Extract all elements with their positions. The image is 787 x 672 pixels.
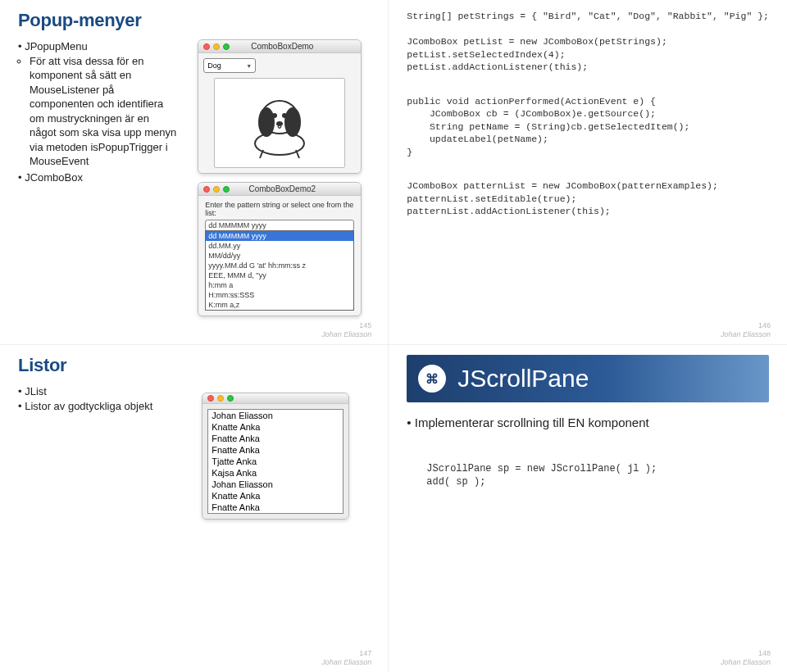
umu-logo-icon: ⌘ <box>418 365 446 393</box>
page-number: 146 <box>721 321 771 330</box>
window-jlist: Johan Eliasson Knatte Anka Fnatte Anka F… <box>202 393 349 520</box>
author-name: Johan Eliasson <box>721 658 771 667</box>
pet-image <box>214 78 345 168</box>
bullet: JPopupMenu <box>18 39 178 54</box>
minimize-icon[interactable] <box>213 186 220 193</box>
list-item[interactable]: Tjatte Anka <box>208 456 343 467</box>
bullet: För att visa dessa för en komponent så s… <box>30 54 178 169</box>
zoom-icon[interactable] <box>227 395 234 402</box>
slide-footer: 148 Johan Eliasson <box>721 649 771 667</box>
dropdown-option[interactable]: K:mm a,z <box>206 300 353 310</box>
window-comboboxdemo2: ComboBoxDemo2 Enter the pattern string o… <box>198 182 362 316</box>
slide-146: String[] petStrings = { "Bird", "Cat", "… <box>389 0 787 345</box>
page-number: 145 <box>321 321 371 330</box>
author-name: Johan Eliasson <box>721 330 771 339</box>
dropdown-option[interactable]: EEE, MMM d, ''yy <box>206 270 353 280</box>
list-item[interactable]: Fnatte Anka <box>208 502 343 513</box>
bullet-list: JPopupMenu För att visa dessa för en kom… <box>18 39 178 184</box>
window-titlebar: ComboBoxDemo2 <box>198 183 361 196</box>
bullet: JList <box>18 384 166 399</box>
svg-point-6 <box>276 121 283 126</box>
dropdown-option[interactable]: dd MMMMM yyyy <box>206 231 353 241</box>
slide-148: ⌘ JScrollPane Implementerar scrollning t… <box>389 345 787 672</box>
svg-point-5 <box>282 113 287 118</box>
dropdown-option[interactable]: dd.MM.yy <box>206 241 353 251</box>
pattern-dropdown[interactable]: dd MMMMM yyyy dd.MM.yy MM/dd/yy yyyy.MM.… <box>205 230 354 311</box>
slide-147: Listor JList Listor av godtyckliga objek… <box>0 345 389 672</box>
slide-145: Popup-menyer JPopupMenu För att visa des… <box>0 0 389 345</box>
pet-combobox[interactable]: Dog <box>203 58 256 73</box>
window-titlebar <box>202 393 348 404</box>
list-item[interactable]: Johan Eliasson <box>208 410 343 421</box>
dog-icon <box>230 86 329 160</box>
slide-footer: 145 Johan Eliasson <box>321 321 371 339</box>
close-icon[interactable] <box>203 43 210 50</box>
page-number: 147 <box>321 649 371 658</box>
svg-point-3 <box>284 107 301 137</box>
bullet-list: JList Listor av godtyckliga objekt <box>18 384 166 413</box>
close-icon[interactable] <box>203 186 210 193</box>
slide-title: JScrollPane <box>457 365 589 393</box>
zoom-icon[interactable] <box>223 186 230 193</box>
code-block: JScrollPane sp = new JScrollPane( jl ); … <box>407 462 769 488</box>
slide-title: Listor <box>18 355 370 376</box>
dropdown-option[interactable]: yyyy.MM.dd G 'at' hh:mm:ss z <box>206 261 353 270</box>
list-item[interactable]: Knatte Anka <box>208 490 343 502</box>
author-name: Johan Eliasson <box>321 658 371 667</box>
minimize-icon[interactable] <box>217 395 224 402</box>
pattern-input[interactable]: dd MMMMM yyyy <box>205 220 354 231</box>
code-block-1: String[] petStrings = { "Bird", "Cat", "… <box>407 10 769 74</box>
combobox-value: Dog <box>207 61 221 70</box>
minimize-icon[interactable] <box>213 43 220 50</box>
list-item[interactable]: Johan Eliasson <box>208 479 343 490</box>
slide-footer: 147 Johan Eliasson <box>321 649 371 667</box>
dropdown-option[interactable]: MM/dd/yy <box>206 251 353 261</box>
close-icon[interactable] <box>207 395 214 402</box>
svg-point-2 <box>258 107 275 137</box>
window-title: ComboBoxDemo <box>233 42 356 51</box>
title-banner: ⌘ JScrollPane <box>407 355 769 402</box>
bullet: Listor av godtyckliga objekt <box>18 399 166 414</box>
author-name: Johan Eliasson <box>321 330 371 339</box>
zoom-icon[interactable] <box>223 43 230 50</box>
code-block-2: public void actionPerformed(ActionEvent … <box>407 95 769 159</box>
page-number: 148 <box>721 649 771 658</box>
code-block-3: JComboBox patternList = new JComboBox(pa… <box>407 179 769 218</box>
list-item[interactable]: Fnatte Anka <box>208 444 343 456</box>
dropdown-option[interactable]: H:mm:ss:SSS <box>206 290 353 300</box>
bullet: JComboBox <box>18 170 178 185</box>
list-item[interactable]: Fnatte Anka <box>208 433 343 444</box>
jlist[interactable]: Johan Eliasson Knatte Anka Fnatte Anka F… <box>207 409 343 514</box>
dropdown-option[interactable]: h:mm a <box>206 280 353 290</box>
prompt-label: Enter the pattern string or select one f… <box>205 201 354 217</box>
window-title: ComboBoxDemo2 <box>233 184 356 193</box>
list-item[interactable]: Knatte Anka <box>208 421 343 433</box>
window-comboboxdemo: ComboBoxDemo Dog <box>198 39 362 174</box>
svg-point-4 <box>272 113 277 118</box>
window-titlebar: ComboBoxDemo <box>198 40 361 53</box>
slide-footer: 146 Johan Eliasson <box>721 321 771 339</box>
bullet: Implementerar scrollning till EN kompone… <box>407 415 769 429</box>
slide-title: Popup-menyer <box>18 10 370 31</box>
list-item[interactable]: Kajsa Anka <box>208 467 343 479</box>
